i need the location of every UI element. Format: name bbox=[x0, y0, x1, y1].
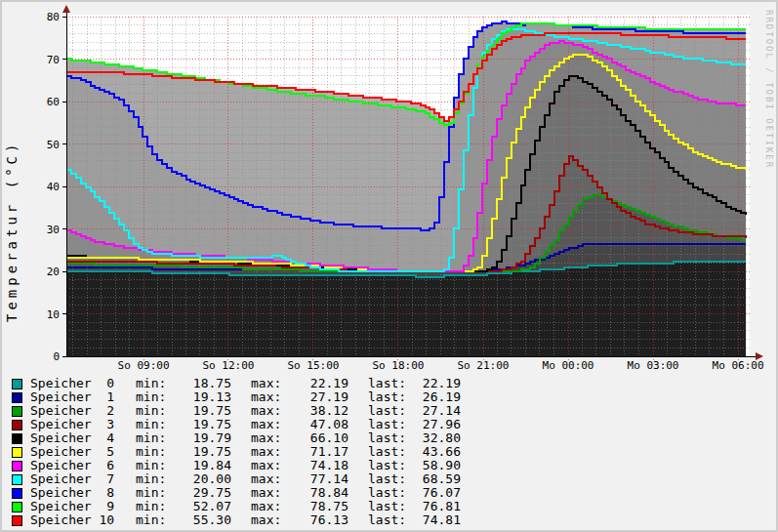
legend-swatch bbox=[12, 474, 22, 485]
legend-series-name: Speicher 1 bbox=[30, 390, 123, 404]
legend-last-value: 27.14 bbox=[411, 404, 461, 418]
legend-row-speicher-3: Speicher 3min:19.75max:47.08last:27.96 bbox=[2, 418, 776, 431]
legend-last-value: 26.19 bbox=[411, 390, 461, 404]
legend-min-label: min: bbox=[136, 377, 171, 390]
legend-min-value: 19.13 bbox=[171, 390, 231, 404]
legend-max-label: max: bbox=[251, 472, 286, 486]
legend-min-label: min: bbox=[136, 459, 171, 472]
y-axis-label: 40 bbox=[47, 181, 60, 193]
legend-last-label: last: bbox=[368, 418, 411, 431]
legend-series-name: Speicher 2 bbox=[30, 404, 123, 418]
y-axis-label: 70 bbox=[47, 54, 60, 66]
legend-min-value: 18.75 bbox=[171, 377, 231, 390]
legend-row-speicher-2: Speicher 2min:19.75max:38.12last:27.14 bbox=[2, 404, 776, 418]
y-axis-label: 50 bbox=[47, 139, 60, 151]
legend-row-speicher-9: Speicher 9min:52.07max:78.75last:76.81 bbox=[2, 500, 776, 513]
legend-series-name: Speicher 6 bbox=[30, 459, 123, 472]
chart-plot: 01020304050607080So 09:00So 12:00So 15:0… bbox=[2, 2, 778, 375]
legend-min-value: 20.00 bbox=[171, 472, 231, 486]
legend-max-label: max: bbox=[251, 377, 286, 390]
y-axis-label: 60 bbox=[47, 96, 60, 108]
legend-last-value: 74.81 bbox=[411, 513, 461, 527]
legend-row-speicher-7: Speicher 7min:20.00max:77.14last:68.59 bbox=[2, 472, 776, 486]
legend: Speicher 0min:18.75max:22.19last:22.19Sp… bbox=[2, 377, 776, 527]
legend-max-value: 76.13 bbox=[286, 513, 348, 527]
y-axis-label: 80 bbox=[47, 11, 60, 23]
legend-row-speicher-1: Speicher 1min:19.13max:27.19last:26.19 bbox=[2, 390, 776, 404]
x-axis-label: So 18:00 bbox=[372, 359, 424, 372]
legend-max-value: 22.19 bbox=[286, 377, 348, 390]
legend-series-name: Speicher 8 bbox=[30, 486, 123, 500]
legend-last-value: 68.59 bbox=[411, 472, 461, 486]
legend-swatch bbox=[12, 488, 22, 499]
y-axis-label: 0 bbox=[53, 350, 60, 363]
legend-min-value: 19.75 bbox=[171, 418, 231, 431]
legend-min-label: min: bbox=[136, 418, 171, 431]
legend-last-label: last: bbox=[368, 459, 411, 472]
legend-last-label: last: bbox=[368, 390, 411, 404]
legend-row-speicher-8: Speicher 8min:29.75max:78.84last:76.07 bbox=[2, 486, 776, 500]
legend-max-label: max: bbox=[251, 390, 286, 404]
legend-max-label: max: bbox=[251, 445, 286, 459]
legend-min-value: 19.79 bbox=[171, 431, 231, 445]
x-axis-label: Mo 03:00 bbox=[628, 359, 679, 372]
legend-last-label: last: bbox=[368, 486, 411, 500]
legend-swatch bbox=[12, 379, 22, 389]
legend-swatch bbox=[12, 515, 22, 526]
legend-max-label: max: bbox=[251, 404, 286, 418]
x-axis-label: So 21:00 bbox=[458, 359, 510, 372]
legend-last-value: 43.66 bbox=[411, 445, 461, 459]
legend-row-speicher-10: Speicher 10min:55.30max:76.13last:74.81 bbox=[2, 513, 776, 527]
y-axis-label: 20 bbox=[47, 266, 60, 278]
legend-max-label: max: bbox=[251, 486, 286, 500]
x-axis-label: So 12:00 bbox=[202, 359, 254, 372]
legend-max-value: 66.10 bbox=[286, 431, 348, 445]
x-axis-label: Mo 06:00 bbox=[713, 359, 764, 372]
legend-min-value: 52.07 bbox=[171, 500, 231, 513]
legend-min-label: min: bbox=[136, 500, 171, 513]
y-axis-arrow bbox=[62, 5, 70, 13]
legend-max-label: max: bbox=[251, 459, 286, 472]
legend-last-label: last: bbox=[368, 513, 411, 527]
legend-min-label: min: bbox=[136, 431, 171, 445]
legend-min-value: 19.84 bbox=[171, 459, 231, 472]
rrdtool-graph-window: Temperatur (°C) 01020304050607080So 09:0… bbox=[0, 0, 778, 532]
legend-swatch bbox=[12, 420, 22, 430]
legend-min-label: min: bbox=[136, 390, 171, 404]
y-axis-label: 30 bbox=[47, 224, 60, 236]
legend-last-value: 76.81 bbox=[411, 500, 461, 513]
legend-max-value: 74.18 bbox=[286, 459, 348, 472]
legend-min-value: 29.75 bbox=[171, 486, 231, 500]
legend-min-label: min: bbox=[136, 486, 171, 500]
y-axis-label: 10 bbox=[47, 308, 60, 321]
watermark-text: RRDTOOL / TOBI OETIKER bbox=[764, 10, 774, 169]
legend-min-label: min: bbox=[136, 445, 171, 459]
legend-last-label: last: bbox=[368, 404, 411, 418]
legend-last-label: last: bbox=[368, 472, 411, 486]
legend-row-speicher-6: Speicher 6min:19.84max:74.18last:58.90 bbox=[2, 459, 776, 472]
legend-series-name: Speicher 4 bbox=[30, 431, 123, 445]
legend-max-label: max: bbox=[251, 513, 286, 527]
legend-series-name: Speicher 7 bbox=[30, 472, 123, 486]
legend-last-value: 32.80 bbox=[411, 431, 461, 445]
legend-min-label: min: bbox=[136, 472, 171, 486]
legend-min-value: 19.75 bbox=[171, 404, 231, 418]
legend-last-label: last: bbox=[368, 431, 411, 445]
legend-swatch bbox=[12, 406, 22, 417]
legend-last-value: 76.07 bbox=[411, 486, 461, 500]
legend-series-name: Speicher 3 bbox=[30, 418, 123, 431]
legend-swatch bbox=[12, 433, 22, 444]
legend-last-value: 27.96 bbox=[411, 418, 461, 431]
legend-series-name: Speicher 9 bbox=[30, 500, 123, 513]
legend-max-value: 27.19 bbox=[286, 390, 348, 404]
legend-swatch bbox=[12, 461, 22, 471]
legend-row-speicher-0: Speicher 0min:18.75max:22.19last:22.19 bbox=[2, 377, 776, 390]
legend-max-value: 77.14 bbox=[286, 472, 348, 486]
legend-max-value: 78.84 bbox=[286, 486, 348, 500]
legend-series-name: Speicher 10 bbox=[30, 513, 123, 527]
legend-row-speicher-5: Speicher 5min:19.75max:71.17last:43.66 bbox=[2, 445, 776, 459]
legend-min-value: 19.75 bbox=[171, 445, 231, 459]
legend-min-value: 55.30 bbox=[171, 513, 231, 527]
legend-swatch bbox=[12, 502, 22, 512]
legend-last-value: 22.19 bbox=[411, 377, 461, 390]
